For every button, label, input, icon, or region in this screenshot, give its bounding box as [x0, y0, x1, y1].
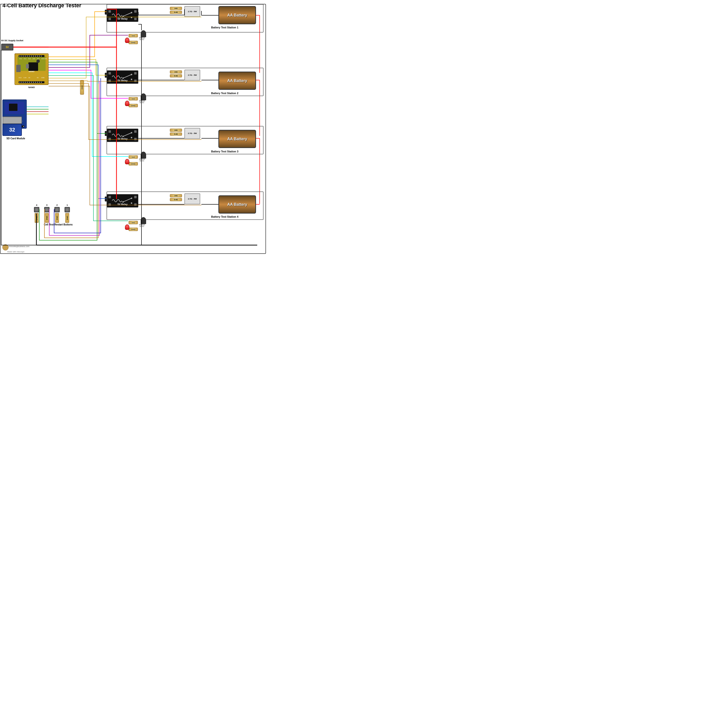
svg-point-89: [122, 201, 124, 202]
svg-point-69: [122, 77, 124, 79]
r1k-3: 1kΩ: [129, 155, 138, 159]
button-group-1: 1 10kΩ: [65, 204, 70, 223]
svg-point-59: [122, 16, 124, 17]
push-button-3[interactable]: [44, 207, 49, 213]
resistor-bank-4: 10Ω 6.8Ω: [170, 194, 182, 201]
svg-rect-63: [108, 18, 111, 20]
svg-text:D08: D08: [33, 58, 35, 59]
battery-2-label: AA Battery: [227, 79, 247, 83]
svg-point-19: [41, 56, 42, 56]
svg-point-17: [37, 56, 38, 56]
svg-point-15: [33, 56, 34, 56]
svg-point-20: [19, 82, 20, 83]
arduino-label: NANO: [14, 86, 49, 88]
svg-rect-93: [108, 203, 111, 206]
diode-2: [105, 73, 108, 78]
sd-card-32: 32: [3, 124, 22, 136]
svg-text:NANO: NANO: [29, 70, 35, 72]
r330-4: 330Ω: [129, 228, 138, 231]
relay-4: 5V Relay: [107, 194, 138, 208]
transistor-2-label: 2N2222E B C: [139, 100, 145, 103]
battery-3: AA Battery: [218, 130, 256, 148]
svg-rect-64: [134, 10, 137, 13]
svg-point-61: [131, 17, 132, 18]
svg-point-70: [131, 74, 132, 75]
relay-2: 5V Relay: [107, 70, 138, 84]
svg-rect-85: [134, 138, 137, 140]
svg-rect-83: [108, 138, 111, 140]
svg-point-27: [33, 82, 34, 83]
btn2-label: 2: [56, 204, 58, 206]
dc-supply: 5V: [1, 44, 13, 51]
svg-point-10: [23, 56, 24, 56]
svg-text:D12: D12: [19, 58, 22, 59]
push-button-2[interactable]: [54, 207, 60, 213]
relay-1: 5V Relay: [107, 9, 138, 22]
svg-point-71: [131, 79, 132, 80]
svg-point-28: [35, 82, 36, 83]
page-title: 4-Cell Battery Discharge Tester: [3, 3, 81, 9]
sd-card-slot: [3, 117, 22, 124]
transistor-3: [141, 152, 146, 159]
push-button-1[interactable]: [65, 207, 70, 213]
station-1-label: Battery Test Station 1: [211, 26, 238, 29]
svg-text:5V Relay: 5V Relay: [117, 80, 128, 82]
transistor-4: [141, 217, 146, 224]
svg-point-79: [122, 136, 124, 137]
svg-rect-4: [26, 64, 29, 68]
r27-5w-3: 2.7Ω - 5W: [185, 128, 200, 139]
svg-point-18: [39, 56, 40, 56]
svg-text:3.3V: 3.3V: [23, 77, 26, 78]
battery-4-label: AA Battery: [227, 202, 247, 207]
svg-text:D07: D07: [37, 58, 40, 59]
svg-point-9: [21, 56, 22, 56]
svg-point-11: [25, 56, 26, 56]
push-buttons-group: 4 10kΩ 3 10kΩ 2 10kΩ 1 10kΩ: [34, 204, 70, 223]
svg-rect-2: [16, 65, 21, 72]
svg-rect-92: [108, 196, 111, 198]
svg-point-60: [131, 12, 132, 13]
transistor-3-label: 2N2222E B C: [139, 158, 145, 162]
svg-point-13: [29, 56, 30, 56]
r10k-resistor: 10kΩ: [80, 80, 84, 95]
svg-point-26: [31, 82, 32, 83]
svg-text:D06 D04: D06 D04: [41, 58, 47, 59]
r330-1: 330Ω: [129, 41, 138, 44]
svg-point-31: [41, 82, 42, 83]
r330-2: 330Ω: [129, 104, 138, 107]
svg-point-91: [131, 202, 132, 204]
svg-point-24: [27, 82, 28, 83]
svg-point-16: [35, 56, 36, 56]
r1k-1: 1kΩ: [129, 34, 138, 38]
sd-card-number: 32: [9, 127, 15, 133]
station-4-label: Battery Test Station 4: [211, 215, 238, 218]
svg-rect-94: [134, 196, 137, 198]
arduino-nano: NANO D13 3.3V A0 5V GND D12 D11 D10 D08 …: [14, 53, 49, 85]
button-group-3: 3 10kΩ: [44, 204, 49, 223]
r27-5w-2: 2.7Ω - 5W: [185, 69, 200, 81]
battery-2: AA Battery: [218, 72, 256, 90]
push-button-4[interactable]: [34, 207, 39, 213]
led-3: [125, 159, 129, 164]
resistor-bank-3: 10Ω 6.8Ω: [170, 129, 182, 136]
transistor-4-label: 2N2222E B C: [139, 224, 145, 227]
svg-text:5V Relay: 5V Relay: [117, 17, 128, 20]
battery-1: AA Battery: [218, 6, 256, 24]
svg-text:D11: D11: [24, 58, 27, 59]
diode-4: [105, 197, 108, 201]
battery-1-label: AA Battery: [227, 13, 247, 17]
svg-point-29: [37, 82, 38, 83]
svg-rect-72: [108, 72, 111, 75]
inkscape-label: Made with Inkscape: [7, 251, 25, 253]
svg-rect-84: [134, 130, 137, 133]
transistor-2: [141, 93, 146, 100]
r1k-2: 1kΩ: [129, 97, 138, 100]
svg-point-22: [23, 82, 24, 83]
svg-rect-73: [108, 80, 111, 82]
diode-3: [105, 131, 108, 136]
svg-point-8: [19, 56, 20, 56]
svg-point-80: [131, 132, 132, 133]
main-canvas: 4-Cell Battery Discharge Tester 5V DC Su…: [0, 0, 267, 255]
resistor-bank-1: 10Ω 6.8Ω: [170, 7, 182, 14]
led-4: [125, 224, 129, 230]
